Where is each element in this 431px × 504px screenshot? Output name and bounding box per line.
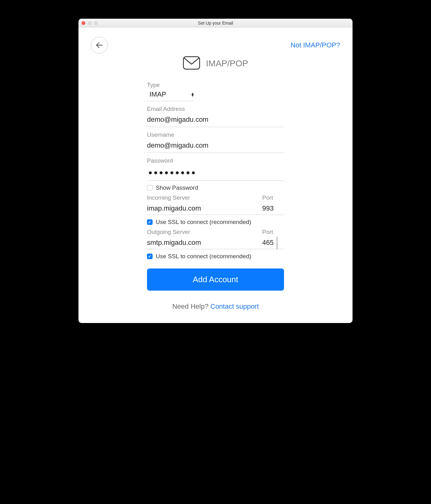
dialog-window: Set Up your Email Not IMAP/POP? IMAP/POP (78, 19, 353, 323)
form: Type IMAP ▴▾ Email Address Username Pass… (147, 82, 284, 311)
titlebar: Set Up your Email (78, 19, 353, 27)
type-select[interactable]: IMAP ▴▾ (147, 90, 194, 101)
incoming-server-input[interactable] (147, 202, 256, 215)
show-password-label: Show Password (156, 184, 198, 191)
type-value: IMAP (147, 90, 166, 98)
outgoing-port-label: Port (262, 229, 284, 235)
password-input[interactable]: ●●●●●●●●● (147, 165, 284, 181)
outgoing-server-input[interactable] (147, 237, 256, 249)
incoming-port-input[interactable] (262, 202, 284, 215)
window-title: Set Up your Email (82, 21, 349, 26)
minimize-window-button[interactable] (88, 21, 92, 25)
protocol-label: IMAP/POP (206, 59, 248, 69)
window-controls (82, 21, 98, 25)
outgoing-ssl-row: Use SSL to connect (recommended) (147, 253, 284, 260)
close-window-button[interactable] (82, 21, 85, 25)
mail-icon (183, 56, 200, 71)
top-row: Not IMAP/POP? (91, 37, 340, 54)
username-label: Username (147, 131, 284, 138)
email-address-label: Email Address (147, 106, 284, 112)
incoming-ssl-row: Use SSL to connect (recommended) (147, 219, 284, 226)
outgoing-ssl-label: Use SSL to connect (recommended) (156, 253, 251, 260)
incoming-ssl-checkbox[interactable] (147, 219, 153, 225)
maximize-window-button[interactable] (94, 21, 98, 25)
incoming-row: Incoming Server Port (147, 191, 284, 215)
header: IMAP/POP (91, 56, 340, 71)
updown-icon: ▴▾ (192, 92, 194, 97)
svg-rect-1 (183, 57, 200, 69)
contact-support-link[interactable]: Contact support (211, 302, 259, 310)
incoming-port-label: Port (262, 194, 284, 201)
back-button[interactable] (91, 37, 108, 54)
incoming-server-label: Incoming Server (147, 194, 256, 201)
username-input[interactable] (147, 140, 284, 153)
show-password-checkbox[interactable] (147, 185, 153, 191)
password-label: Password (147, 157, 284, 164)
outgoing-ssl-checkbox[interactable] (147, 254, 153, 259)
content: Not IMAP/POP? IMAP/POP Type IMAP ▴▾ Emai… (78, 27, 353, 323)
outgoing-port-input[interactable] (262, 237, 277, 249)
need-help-text: Need Help? (172, 302, 210, 310)
add-account-button[interactable]: Add Account (147, 269, 284, 291)
show-password-row: Show Password (147, 184, 284, 191)
outgoing-server-label: Outgoing Server (147, 229, 256, 235)
footer: Need Help? Contact support (147, 302, 284, 311)
type-label: Type (147, 82, 284, 88)
arrow-left-icon (95, 41, 104, 50)
outgoing-row: Outgoing Server Port (147, 226, 284, 249)
incoming-ssl-label: Use SSL to connect (recommended) (156, 219, 251, 226)
email-address-input[interactable] (147, 114, 284, 127)
not-imap-pop-link[interactable]: Not IMAP/POP? (291, 41, 340, 49)
